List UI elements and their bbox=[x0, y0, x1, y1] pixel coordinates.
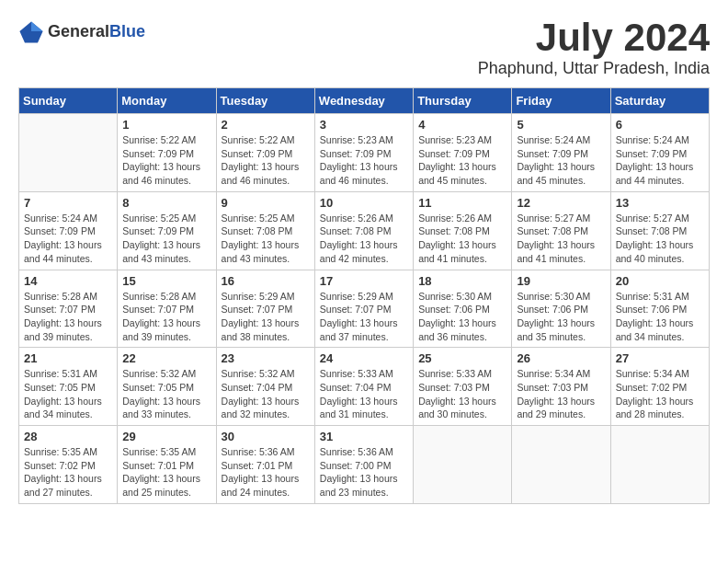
calendar-cell: 28Sunrise: 5:35 AMSunset: 7:02 PMDayligh… bbox=[19, 426, 118, 504]
day-info: Sunrise: 5:23 AMSunset: 7:09 PMDaylight:… bbox=[320, 133, 408, 188]
day-number: 19 bbox=[517, 274, 605, 288]
calendar-cell: 2Sunrise: 5:22 AMSunset: 7:09 PMDaylight… bbox=[216, 114, 314, 192]
col-thursday: Thursday bbox=[414, 88, 512, 114]
calendar-header-row: Sunday Monday Tuesday Wednesday Thursday… bbox=[19, 88, 710, 114]
location-title: Phaphund, Uttar Pradesh, India bbox=[478, 59, 710, 78]
calendar-cell: 7Sunrise: 5:24 AMSunset: 7:09 PMDaylight… bbox=[19, 191, 118, 270]
day-number: 15 bbox=[122, 274, 210, 288]
calendar-cell: 24Sunrise: 5:33 AMSunset: 7:04 PMDayligh… bbox=[314, 348, 413, 426]
day-info: Sunrise: 5:31 AMSunset: 7:05 PMDaylight:… bbox=[24, 367, 112, 421]
day-info: Sunrise: 5:27 AMSunset: 7:08 PMDaylight:… bbox=[517, 212, 605, 266]
day-number: 20 bbox=[616, 274, 704, 288]
col-sunday: Sunday bbox=[19, 88, 118, 114]
day-number: 29 bbox=[122, 430, 210, 443]
day-info: Sunrise: 5:30 AMSunset: 7:06 PMDaylight:… bbox=[418, 290, 506, 344]
calendar-cell: 9Sunrise: 5:25 AMSunset: 7:08 PMDaylight… bbox=[216, 191, 314, 270]
calendar-cell: 25Sunrise: 5:33 AMSunset: 7:03 PMDayligh… bbox=[414, 348, 512, 426]
calendar-cell: 8Sunrise: 5:25 AMSunset: 7:09 PMDaylight… bbox=[118, 191, 216, 270]
day-info: Sunrise: 5:23 AMSunset: 7:09 PMDaylight:… bbox=[418, 133, 506, 188]
day-info: Sunrise: 5:28 AMSunset: 7:07 PMDaylight:… bbox=[122, 290, 210, 344]
day-number: 17 bbox=[320, 274, 408, 288]
calendar-week-row: 28Sunrise: 5:35 AMSunset: 7:02 PMDayligh… bbox=[19, 426, 710, 504]
calendar-cell: 1Sunrise: 5:22 AMSunset: 7:09 PMDaylight… bbox=[118, 114, 216, 192]
day-number: 25 bbox=[418, 351, 506, 365]
day-number: 23 bbox=[222, 351, 310, 365]
calendar-cell: 19Sunrise: 5:30 AMSunset: 7:06 PMDayligh… bbox=[512, 270, 610, 348]
calendar-cell: 27Sunrise: 5:34 AMSunset: 7:02 PMDayligh… bbox=[610, 348, 709, 426]
day-number: 7 bbox=[24, 196, 112, 210]
day-info: Sunrise: 5:22 AMSunset: 7:09 PMDaylight:… bbox=[122, 133, 210, 188]
day-info: Sunrise: 5:24 AMSunset: 7:09 PMDaylight:… bbox=[517, 133, 605, 188]
col-tuesday: Tuesday bbox=[216, 88, 314, 114]
day-number: 8 bbox=[122, 196, 210, 210]
page-header: GeneralBlue July 2024 Phaphund, Uttar Pr… bbox=[18, 18, 710, 78]
logo-icon bbox=[18, 18, 44, 44]
calendar-table: Sunday Monday Tuesday Wednesday Thursday… bbox=[18, 87, 710, 504]
calendar-cell: 30Sunrise: 5:36 AMSunset: 7:01 PMDayligh… bbox=[216, 426, 314, 504]
calendar-cell: 21Sunrise: 5:31 AMSunset: 7:05 PMDayligh… bbox=[19, 348, 118, 426]
day-number: 18 bbox=[418, 274, 506, 288]
calendar-cell bbox=[19, 114, 118, 192]
day-number: 14 bbox=[24, 274, 112, 288]
calendar-cell: 18Sunrise: 5:30 AMSunset: 7:06 PMDayligh… bbox=[414, 270, 512, 348]
day-info: Sunrise: 5:30 AMSunset: 7:06 PMDaylight:… bbox=[517, 290, 605, 344]
calendar-cell: 20Sunrise: 5:31 AMSunset: 7:06 PMDayligh… bbox=[610, 270, 709, 348]
calendar-cell: 5Sunrise: 5:24 AMSunset: 7:09 PMDaylight… bbox=[512, 114, 610, 192]
day-info: Sunrise: 5:35 AMSunset: 7:02 PMDaylight:… bbox=[24, 445, 112, 500]
day-number: 3 bbox=[320, 118, 408, 132]
day-info: Sunrise: 5:33 AMSunset: 7:03 PMDaylight:… bbox=[418, 367, 506, 421]
day-number: 30 bbox=[222, 430, 310, 443]
day-info: Sunrise: 5:36 AMSunset: 7:00 PMDaylight:… bbox=[320, 445, 408, 500]
col-saturday: Saturday bbox=[610, 88, 709, 114]
calendar-week-row: 14Sunrise: 5:28 AMSunset: 7:07 PMDayligh… bbox=[19, 270, 710, 348]
calendar-cell: 14Sunrise: 5:28 AMSunset: 7:07 PMDayligh… bbox=[19, 270, 118, 348]
calendar-week-row: 1Sunrise: 5:22 AMSunset: 7:09 PMDaylight… bbox=[19, 114, 710, 192]
calendar-cell: 12Sunrise: 5:27 AMSunset: 7:08 PMDayligh… bbox=[512, 191, 610, 270]
calendar-cell: 6Sunrise: 5:24 AMSunset: 7:09 PMDaylight… bbox=[610, 114, 709, 192]
title-block: July 2024 Phaphund, Uttar Pradesh, India bbox=[478, 18, 710, 78]
day-number: 13 bbox=[616, 196, 704, 210]
day-info: Sunrise: 5:33 AMSunset: 7:04 PMDaylight:… bbox=[320, 367, 408, 421]
day-info: Sunrise: 5:27 AMSunset: 7:08 PMDaylight:… bbox=[616, 212, 704, 266]
calendar-cell: 16Sunrise: 5:29 AMSunset: 7:07 PMDayligh… bbox=[216, 270, 314, 348]
col-friday: Friday bbox=[512, 88, 610, 114]
calendar-cell: 31Sunrise: 5:36 AMSunset: 7:00 PMDayligh… bbox=[314, 426, 413, 504]
day-info: Sunrise: 5:24 AMSunset: 7:09 PMDaylight:… bbox=[616, 133, 704, 188]
svg-marker-1 bbox=[31, 22, 43, 32]
day-number: 31 bbox=[320, 430, 408, 443]
calendar-cell: 13Sunrise: 5:27 AMSunset: 7:08 PMDayligh… bbox=[610, 191, 709, 270]
day-number: 22 bbox=[122, 351, 210, 365]
day-info: Sunrise: 5:35 AMSunset: 7:01 PMDaylight:… bbox=[122, 445, 210, 500]
day-number: 10 bbox=[320, 196, 408, 210]
day-info: Sunrise: 5:29 AMSunset: 7:07 PMDaylight:… bbox=[320, 290, 408, 344]
day-number: 11 bbox=[418, 196, 506, 210]
day-number: 2 bbox=[222, 118, 310, 132]
day-info: Sunrise: 5:26 AMSunset: 7:08 PMDaylight:… bbox=[320, 212, 408, 266]
calendar-cell: 23Sunrise: 5:32 AMSunset: 7:04 PMDayligh… bbox=[216, 348, 314, 426]
calendar-cell: 17Sunrise: 5:29 AMSunset: 7:07 PMDayligh… bbox=[314, 270, 413, 348]
day-info: Sunrise: 5:25 AMSunset: 7:08 PMDaylight:… bbox=[222, 212, 310, 266]
day-number: 21 bbox=[24, 351, 112, 365]
day-number: 28 bbox=[24, 430, 112, 443]
day-info: Sunrise: 5:28 AMSunset: 7:07 PMDaylight:… bbox=[24, 290, 112, 344]
day-number: 27 bbox=[616, 351, 704, 365]
calendar-cell bbox=[414, 426, 512, 504]
calendar-week-row: 7Sunrise: 5:24 AMSunset: 7:09 PMDaylight… bbox=[19, 191, 710, 270]
day-number: 9 bbox=[222, 196, 310, 210]
day-info: Sunrise: 5:24 AMSunset: 7:09 PMDaylight:… bbox=[24, 212, 112, 266]
calendar-cell: 29Sunrise: 5:35 AMSunset: 7:01 PMDayligh… bbox=[118, 426, 216, 504]
day-info: Sunrise: 5:22 AMSunset: 7:09 PMDaylight:… bbox=[222, 133, 310, 188]
day-number: 24 bbox=[320, 351, 408, 365]
day-info: Sunrise: 5:32 AMSunset: 7:05 PMDaylight:… bbox=[122, 367, 210, 421]
logo-general: GeneralBlue bbox=[48, 22, 145, 41]
day-number: 5 bbox=[517, 118, 605, 132]
calendar-cell: 10Sunrise: 5:26 AMSunset: 7:08 PMDayligh… bbox=[314, 191, 413, 270]
day-info: Sunrise: 5:32 AMSunset: 7:04 PMDaylight:… bbox=[222, 367, 310, 421]
day-info: Sunrise: 5:31 AMSunset: 7:06 PMDaylight:… bbox=[616, 290, 704, 344]
col-wednesday: Wednesday bbox=[314, 88, 413, 114]
calendar-cell: 22Sunrise: 5:32 AMSunset: 7:05 PMDayligh… bbox=[118, 348, 216, 426]
day-info: Sunrise: 5:34 AMSunset: 7:03 PMDaylight:… bbox=[517, 367, 605, 421]
day-info: Sunrise: 5:26 AMSunset: 7:08 PMDaylight:… bbox=[418, 212, 506, 266]
calendar-cell: 15Sunrise: 5:28 AMSunset: 7:07 PMDayligh… bbox=[118, 270, 216, 348]
logo: GeneralBlue bbox=[18, 18, 145, 44]
